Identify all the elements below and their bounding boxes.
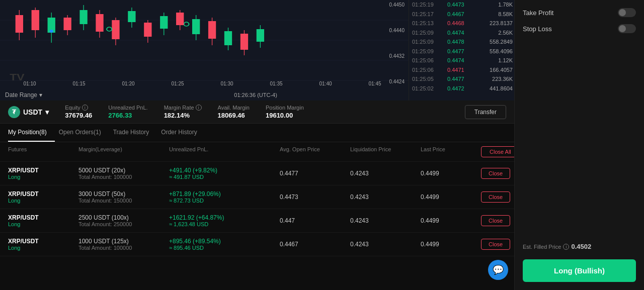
equity-stat: Equity i 37679.46 bbox=[65, 105, 92, 119]
take-profit-row: Take Profit bbox=[523, 8, 636, 17]
account-bar: ₮ USDT ▾ Equity i 37679.46 Unrealized Pn… bbox=[0, 101, 514, 124]
ob-price: 0.4474 bbox=[447, 29, 477, 37]
order-book-row: 01:25:13 0.4468 223.8137 bbox=[409, 19, 514, 28]
margin-leverage: 3000 USDT (50x) bbox=[78, 190, 169, 198]
transfer-button[interactable]: Transfer bbox=[465, 105, 506, 119]
svg-rect-20 bbox=[128, 11, 135, 22]
ob-price: 0.4477 bbox=[447, 75, 477, 83]
ob-time: 01:25:02 bbox=[412, 84, 447, 93]
order-book-row: 01:25:02 0.4472 441.8604 bbox=[409, 84, 514, 93]
stop-loss-label: Stop Loss bbox=[523, 25, 552, 33]
pnl-percent: +1621.92 (+64.87%) bbox=[169, 214, 280, 221]
order-book-row: 01:25:09 0.4474 2.56K bbox=[409, 28, 514, 38]
time-label-0: 01:10 bbox=[23, 81, 36, 86]
ob-volume: 8.58K bbox=[477, 10, 513, 19]
table-row: XRP/USDT Long 5000 USDT (20x) Total Amou… bbox=[0, 162, 514, 185]
margin-rate-stat: Margin Rate i 182.14% bbox=[164, 105, 202, 119]
svg-rect-34 bbox=[208, 21, 216, 39]
svg-rect-14 bbox=[79, 10, 87, 24]
time-label-2: 01:20 bbox=[122, 81, 134, 86]
col-liquidation: Liquidation Price bbox=[350, 146, 421, 157]
pnl-percent: +895.46 (+89.54%) bbox=[169, 238, 280, 245]
total-amount: Total Amount: 100000 bbox=[78, 174, 169, 180]
order-book: 01:25:19 0.4473 1.78K 01:25:17 0.4467 8.… bbox=[409, 0, 514, 101]
ob-volume: 166.4057 bbox=[477, 66, 513, 74]
time-labels-row: 01:10 01:15 01:20 01:25 01:30 01:35 01:4… bbox=[0, 81, 405, 86]
col-last-price: Last Price bbox=[421, 146, 481, 157]
table-row: XRP/USDT Long 3000 USDT (50x) Total Amou… bbox=[0, 185, 514, 209]
est-filled-label: Est. Filled Price bbox=[523, 244, 561, 250]
positions-table-body: XRP/USDT Long 5000 USDT (20x) Total Amou… bbox=[0, 162, 514, 256]
liquidation-price: 0.4243 bbox=[350, 241, 421, 248]
svg-rect-30 bbox=[176, 13, 184, 25]
position-pair: XRP/USDT bbox=[8, 190, 78, 198]
tab-trade-history[interactable]: Trade History bbox=[113, 124, 157, 142]
order-book-row: 01:25:05 0.4477 223.36K bbox=[409, 74, 514, 84]
pnl-usd: ≈ 491.87 USD bbox=[169, 174, 280, 180]
est-info-icon[interactable]: i bbox=[563, 244, 569, 250]
take-profit-toggle[interactable] bbox=[618, 8, 636, 17]
table-row: XRP/USDT Long 2500 USDT (100x) Total Amo… bbox=[0, 209, 514, 233]
order-book-row: 01:25:09 0.4477 558.4096 bbox=[409, 47, 514, 56]
close-position-button[interactable]: Close bbox=[481, 215, 510, 226]
svg-rect-18 bbox=[112, 20, 119, 39]
time-label-6: 01:40 bbox=[319, 81, 332, 86]
col-futures: Futures bbox=[8, 146, 78, 157]
ob-volume: 1.12K bbox=[477, 56, 513, 65]
currency-label: USDT bbox=[23, 108, 42, 116]
position-margin-value: 19610.00 bbox=[266, 112, 304, 119]
liquidation-price: 0.4243 bbox=[350, 170, 421, 177]
long-bullish-button[interactable]: Long (Bullish) bbox=[523, 259, 636, 282]
close-position-button[interactable]: Close bbox=[481, 239, 510, 250]
margin-info-icon[interactable]: i bbox=[196, 105, 202, 111]
tab-order-history[interactable]: Order History bbox=[161, 124, 205, 142]
avail-margin-stat: Avail. Margin 18069.46 bbox=[218, 105, 250, 119]
position-pair: XRP/USDT bbox=[8, 214, 78, 221]
ob-price: 0.4471 bbox=[447, 66, 477, 74]
last-price: 0.4499 bbox=[421, 170, 481, 177]
ob-time: 01:25:09 bbox=[412, 38, 447, 46]
last-price: 0.4499 bbox=[421, 194, 481, 201]
est-filled-section: Est. Filled Price i 0.4502 bbox=[523, 243, 636, 253]
position-side: Long bbox=[8, 221, 78, 227]
ob-volume: 223.8137 bbox=[477, 19, 513, 28]
tab-my-position[interactable]: My Position(8) bbox=[8, 124, 55, 142]
position-side: Long bbox=[8, 198, 78, 204]
close-position-button[interactable]: Close bbox=[481, 191, 510, 203]
order-book-row: 01:25:19 0.4473 1.78K bbox=[409, 0, 514, 10]
svg-rect-8 bbox=[32, 10, 39, 30]
ob-volume: 441.8604 bbox=[477, 84, 513, 93]
pnl-percent: +491.40 (+9.82%) bbox=[169, 167, 280, 174]
avail-margin-value: 18069.46 bbox=[218, 112, 250, 119]
col-unrealized-pnl: Unrealized PnL. bbox=[169, 146, 280, 157]
position-side: Long bbox=[8, 245, 78, 251]
chart-area: TV 0.4450 0.4440 0.4432 0.4424 01:10 01:… bbox=[0, 0, 514, 101]
time-label-1: 01:15 bbox=[72, 81, 85, 86]
close-position-button[interactable]: Close bbox=[481, 168, 510, 179]
time-label-7: 01:45 bbox=[368, 81, 381, 86]
ob-price: 0.4474 bbox=[447, 56, 477, 65]
date-range-button[interactable]: Date Range ▾ bbox=[5, 91, 42, 99]
total-amount: Total Amount: 250000 bbox=[78, 221, 169, 227]
unrealized-pnl-stat: Unrealized PnL. 2766.33 bbox=[108, 105, 147, 119]
stop-loss-row: Stop Loss bbox=[523, 24, 636, 33]
order-book-row: 01:25:09 0.4478 558.2849 bbox=[409, 37, 514, 47]
margin-leverage: 1000 USDT (125x) bbox=[78, 238, 169, 245]
tether-icon: ₮ bbox=[8, 106, 20, 118]
ob-volume: 2.56K bbox=[477, 29, 513, 37]
equity-value: 37679.46 bbox=[65, 112, 92, 119]
liquidation-price: 0.4243 bbox=[350, 217, 421, 224]
ob-price: 0.4478 bbox=[447, 38, 477, 46]
svg-rect-16 bbox=[96, 14, 103, 32]
stop-loss-toggle[interactable] bbox=[618, 24, 636, 33]
svg-rect-26 bbox=[144, 23, 151, 37]
chat-bubble[interactable]: 💬 bbox=[488, 260, 508, 280]
ob-price: 0.4477 bbox=[447, 47, 477, 56]
margin-leverage: 2500 USDT (100x) bbox=[78, 214, 169, 221]
take-profit-label: Take Profit bbox=[523, 9, 553, 17]
position-pair: XRP/USDT bbox=[8, 167, 78, 174]
ob-time: 01:25:17 bbox=[412, 10, 447, 19]
tab-open-orders[interactable]: Open Orders(1) bbox=[59, 124, 109, 142]
account-currency[interactable]: ₮ USDT ▾ bbox=[8, 106, 49, 118]
equity-info-icon[interactable]: i bbox=[82, 105, 88, 111]
